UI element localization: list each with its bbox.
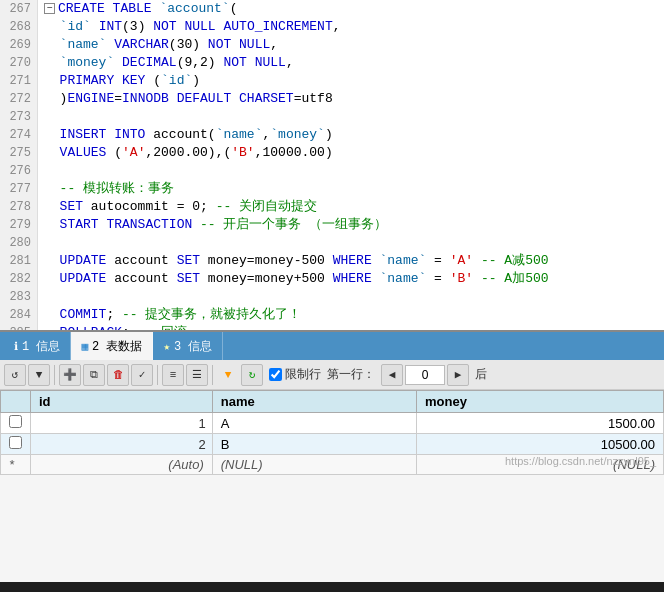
line-content: `name` VARCHAR(30) NOT NULL, xyxy=(38,36,278,54)
line-content: COMMIT; -- 提交事务，就被持久化了！ xyxy=(38,306,301,324)
line-number: 268 xyxy=(0,18,38,36)
code-line: 281 UPDATE account SET money=money-500 W… xyxy=(0,252,664,270)
line-content: PRIMARY KEY (`id`) xyxy=(38,72,200,90)
line-number: 280 xyxy=(0,234,38,252)
reload-btn[interactable]: ↻ xyxy=(241,364,263,386)
collapse-icon[interactable]: − xyxy=(44,3,55,14)
line-content: VALUES ('A',2000.00),('B',10000.00) xyxy=(38,144,333,162)
cell-money-0: 1500.00 xyxy=(416,413,663,434)
row-checkbox-0[interactable] xyxy=(1,413,31,434)
apply-btn[interactable]: ✓ xyxy=(131,364,153,386)
code-line: 282 UPDATE account SET money=money+500 W… xyxy=(0,270,664,288)
line-number: 285 xyxy=(0,324,38,330)
col-header-1: id xyxy=(31,391,213,413)
tab-label-info1: 1 信息 xyxy=(22,338,60,355)
filter-icon: ▼ xyxy=(217,364,239,386)
table-header-row: idnamemoney xyxy=(1,391,664,413)
footer-check: * xyxy=(1,455,31,475)
firstrow-label: 第一行： xyxy=(327,366,375,383)
line-number: 273 xyxy=(0,108,38,126)
code-line: 273 xyxy=(0,108,664,126)
row-checkbox-1[interactable] xyxy=(1,434,31,455)
line-number: 267 xyxy=(0,0,38,18)
nav-next-btn[interactable]: ▶ xyxy=(447,364,469,386)
line-content: `money` DECIMAL(9,2) NOT NULL, xyxy=(38,54,294,72)
code-line: 276 xyxy=(0,162,664,180)
line-number: 282 xyxy=(0,270,38,288)
line-number: 281 xyxy=(0,252,38,270)
tab-info1[interactable]: ℹ1 信息 xyxy=(4,332,71,360)
filter-dropdown-btn[interactable]: ▼ xyxy=(28,364,50,386)
code-line: 275 VALUES ('A',2000.00),('B',10000.00) xyxy=(0,144,664,162)
code-line: 285 ROLLBACK; -- 回滚 xyxy=(0,324,664,330)
col-header-0 xyxy=(1,391,31,413)
footer-name: (NULL) xyxy=(212,455,416,475)
code-line: 283 xyxy=(0,288,664,306)
col-header-2: name xyxy=(212,391,416,413)
code-line: 269 `name` VARCHAR(30) NOT NULL, xyxy=(0,36,664,54)
line-number: 272 xyxy=(0,90,38,108)
col-header-3: money xyxy=(416,391,663,413)
code-line: 278 SET autocommit = 0; -- 关闭自动提交 xyxy=(0,198,664,216)
code-line: 277 -- 模拟转账：事务 xyxy=(0,180,664,198)
line-content: )ENGINE=INNODB DEFAULT CHARSET=utf8 xyxy=(38,90,333,108)
nav-more-label: 后 xyxy=(475,366,487,383)
line-number: 277 xyxy=(0,180,38,198)
code-line: 270 `money` DECIMAL(9,2) NOT NULL, xyxy=(0,54,664,72)
line-content: ROLLBACK; -- 回滚 xyxy=(38,324,187,330)
code-line: 284 COMMIT; -- 提交事务，就被持久化了！ xyxy=(0,306,664,324)
limit-check[interactable]: 限制行 xyxy=(269,366,321,383)
table-row: 2B10500.00 xyxy=(1,434,664,455)
line-content: `id` INT(3) NOT NULL AUTO_INCREMENT, xyxy=(38,18,341,36)
code-line: 267−CREATE TABLE `account`( xyxy=(0,0,664,18)
line-content: UPDATE account SET money=money-500 WHERE… xyxy=(38,252,549,270)
firstrow-input[interactable] xyxy=(405,365,445,385)
line-content xyxy=(38,162,52,180)
line-number: 278 xyxy=(0,198,38,216)
toolbar: ↺ ▼ ➕ ⧉ 🗑 ✓ ≡ ☰ ▼ ↻ 限制行 第一行： ◀ ▶ 后 xyxy=(0,360,664,390)
copy-row-btn[interactable]: ⧉ xyxy=(83,364,105,386)
refresh-btn[interactable]: ↺ xyxy=(4,364,26,386)
cell-name-1: B xyxy=(212,434,416,455)
line-content: UPDATE account SET money=money+500 WHERE… xyxy=(38,270,549,288)
footer-id: (Auto) xyxy=(31,455,213,475)
cell-name-0: A xyxy=(212,413,416,434)
code-line: 279 START TRANSACTION -- 开启一个事务 （一组事务） xyxy=(0,216,664,234)
tabs-bar: ℹ1 信息▦2 表数据★3 信息 xyxy=(0,332,664,360)
bottom-panel: ℹ1 信息▦2 表数据★3 信息 ↺ ▼ ➕ ⧉ 🗑 ✓ ≡ ☰ ▼ ↻ 限制行… xyxy=(0,330,664,582)
tab-icon-tabledata: ▦ xyxy=(81,340,88,353)
line-number: 283 xyxy=(0,288,38,306)
cell-id-1: 2 xyxy=(31,434,213,455)
line-number: 275 xyxy=(0,144,38,162)
tab-label-tabledata: 2 表数据 xyxy=(92,338,142,355)
tab-tabledata[interactable]: ▦2 表数据 xyxy=(71,332,153,360)
code-line: 280 xyxy=(0,234,664,252)
tab-label-info3: 3 信息 xyxy=(174,338,212,355)
line-content: SET autocommit = 0; -- 关闭自动提交 xyxy=(38,198,317,216)
row-view-btn[interactable]: ☰ xyxy=(186,364,208,386)
tab-info3[interactable]: ★3 信息 xyxy=(153,332,223,360)
code-editor: 267−CREATE TABLE `account`(268 `id` INT(… xyxy=(0,0,664,330)
add-row-btn[interactable]: ➕ xyxy=(59,364,81,386)
watermark: https://blog.csdn.net/nzzynl95_ xyxy=(505,455,656,467)
limit-checkbox[interactable] xyxy=(269,368,282,381)
line-content: -- 模拟转账：事务 xyxy=(38,180,174,198)
code-line: 272 )ENGINE=INNODB DEFAULT CHARSET=utf8 xyxy=(0,90,664,108)
line-number: 269 xyxy=(0,36,38,54)
code-line: 271 PRIMARY KEY (`id`) xyxy=(0,72,664,90)
delete-row-btn[interactable]: 🗑 xyxy=(107,364,129,386)
line-content: START TRANSACTION -- 开启一个事务 （一组事务） xyxy=(38,216,387,234)
line-number: 276 xyxy=(0,162,38,180)
code-line: 274 INSERT INTO account(`name`,`money`) xyxy=(0,126,664,144)
line-number: 271 xyxy=(0,72,38,90)
line-number: 274 xyxy=(0,126,38,144)
line-number: 270 xyxy=(0,54,38,72)
line-content xyxy=(38,288,52,306)
nav-prev-btn[interactable]: ◀ xyxy=(381,364,403,386)
line-content: −CREATE TABLE `account`( xyxy=(38,0,237,18)
line-number: 279 xyxy=(0,216,38,234)
col-view-btn[interactable]: ≡ xyxy=(162,364,184,386)
code-line: 268 `id` INT(3) NOT NULL AUTO_INCREMENT, xyxy=(0,18,664,36)
line-content xyxy=(38,234,52,252)
tab-icon-info1: ℹ xyxy=(14,340,18,353)
